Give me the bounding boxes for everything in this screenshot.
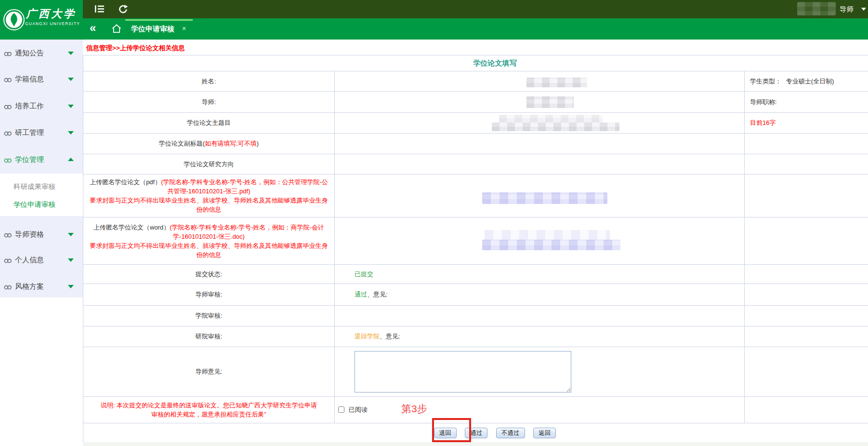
user-menu-caret-icon[interactable] [861,8,866,11]
sidebar-item-research-work[interactable]: 研工管理 [0,127,83,138]
pdf-upload-label: 上传匿名学位论文（pdf）(学院名称-学科专业名称-学号-姓名，例如：公共管理学… [83,175,335,217]
thesis-title-note: 目前16字 [745,113,868,134]
chevron-down-icon [68,258,74,262]
link-icon [4,130,12,138]
thesis-title-redacted [492,122,619,131]
tab-degree-application-review[interactable]: 学位申请审核 × [125,18,193,40]
read-confirm-cell: 已阅读 [335,397,745,423]
name-value-cell [335,71,745,92]
thesis-title-value-cell [335,113,745,134]
collapse-menu-icon[interactable] [94,5,105,15]
word-upload-label: 上传匿名学位论文（word）(学院名称-学科专业名称-学号-姓名，例如：商学院-… [83,217,335,265]
university-name-cn: 广西大学 [26,7,80,21]
sidebar-item-research-results-review[interactable]: 科研成果审核 [0,181,83,192]
research-direction-value-cell[interactable] [335,154,745,175]
link-icon [4,50,12,59]
highlight-box-annotation [432,418,471,442]
advisor-review-label: 导师审核: [83,284,335,306]
top-toolbar: 导师 [0,0,868,18]
sidebar-nav: 通知公告 学籍信息 培养工作 研工管理 学位管理 科研成果审核 学位申请审核 导… [0,40,83,297]
link-icon [4,103,12,112]
advisor-label: 导师: [83,92,335,113]
page-footer-strip [83,442,868,446]
sidebar-item-notices[interactable]: 通知公告 [0,47,83,59]
advisor-redacted [526,96,574,108]
advisor-title-label: 导师职称: [745,92,868,113]
sidebar-item-style-scheme[interactable]: 风格方案 [0,281,83,292]
word-file-cell [335,217,745,265]
word-file-link-redacted[interactable] [485,230,610,240]
grad-school-review-value: 退回学院、意见: [335,326,745,347]
step-annotation: 第3步 [401,402,427,416]
college-review-value [335,306,745,326]
reject-button[interactable]: 不通过 [496,428,525,438]
university-name-en: GUANGXI UNIVERSITY [25,21,80,26]
form-title: 学位论文填写 [83,55,868,71]
pdf-file-cell [335,175,745,217]
tab-close-icon[interactable]: × [182,25,186,32]
tab-label: 学位申请审核 [131,25,174,34]
thesis-title-redacted [499,115,603,122]
link-icon [4,284,12,292]
sidebar-item-personal-info[interactable]: 个人信息 [0,254,83,266]
student-type-label: 学生类型： [750,78,781,85]
refresh-icon[interactable] [118,5,128,15]
submit-status-label: 提交状态: [83,265,335,284]
student-type-cell: 学生类型： 专业硕士(全日制) [745,71,868,92]
thesis-form-table: 学位论文填写 姓名: 学生类型： 专业硕士(全日制) 导师: 导师职称: 学位论… [83,55,868,443]
university-emblem-icon [3,9,25,33]
go-back-button[interactable]: 返回 [533,428,556,438]
chevron-down-icon [68,233,74,236]
link-icon [4,257,12,266]
chevron-down-icon [68,285,74,288]
link-icon [4,157,12,165]
subtitle-label: 学位论文副标题(如有请填写;可不填) [83,134,335,154]
chevron-down-icon [68,52,74,55]
chevron-down-icon [68,78,74,81]
home-icon[interactable] [112,24,121,35]
grad-school-review-label: 研院审核: [83,326,335,347]
college-review-label: 学院审核: [83,306,335,326]
research-direction-label: 学位论文研究方向 [83,154,335,175]
app-window: 导师 « 学位申请审核 × 广西大学 GUANGXI UNIVERSITY [0,0,868,446]
sidebar-item-student-status[interactable]: 学籍信息 [0,73,83,85]
link-icon [4,231,12,240]
name-label: 姓名: [83,71,335,92]
word-file-link-redacted[interactable] [482,240,620,250]
chevron-up-icon [68,158,74,161]
advisor-review-value: 通过、意见: [335,284,745,306]
read-checkbox[interactable] [338,406,344,413]
student-type-value: 专业硕士(全日制) [786,78,834,85]
submit-status-value: 已提交 [335,265,745,284]
tab-bar: « 学位申请审核 × [83,18,868,40]
chevron-down-icon [68,131,74,135]
sidebar-item-degree-application-review[interactable]: 学位申请审核 [0,199,83,210]
sidebar-item-training[interactable]: 培养工作 [0,100,83,112]
user-role-label[interactable]: 导师 [840,5,854,14]
subtitle-value-cell[interactable] [335,134,745,154]
advisor-comment-textarea[interactable] [355,351,571,392]
advisor-comment-cell [335,347,745,397]
thesis-title-label: 学位论文主题目 [83,113,335,134]
action-button-row: 退回 通过 不通过 返回 [83,423,868,443]
breadcrumb: 信息管理>>上传学位论文相关信息 [86,44,185,53]
read-checkbox-label: 已阅读 [349,406,368,413]
username-redacted [797,2,836,15]
chevron-down-icon [68,105,74,108]
sidebar-item-degree-management[interactable]: 学位管理 [0,154,83,165]
sidebar-item-advisor-qualification[interactable]: 导师资格 [0,229,83,240]
declaration-note: 说明: 本次提交的论文是最终的送审版论文。您已知晓广西大学研究生学位申请审核的相… [83,397,335,423]
name-redacted [526,78,587,87]
advisor-comment-label: 导师意见: [83,347,335,397]
advisor-value-cell [335,92,745,113]
back-icon[interactable]: « [90,21,96,35]
link-icon [4,76,12,85]
pdf-file-link-redacted[interactable] [482,192,607,204]
university-logo: 广西大学 GUANGXI UNIVERSITY [0,0,83,40]
